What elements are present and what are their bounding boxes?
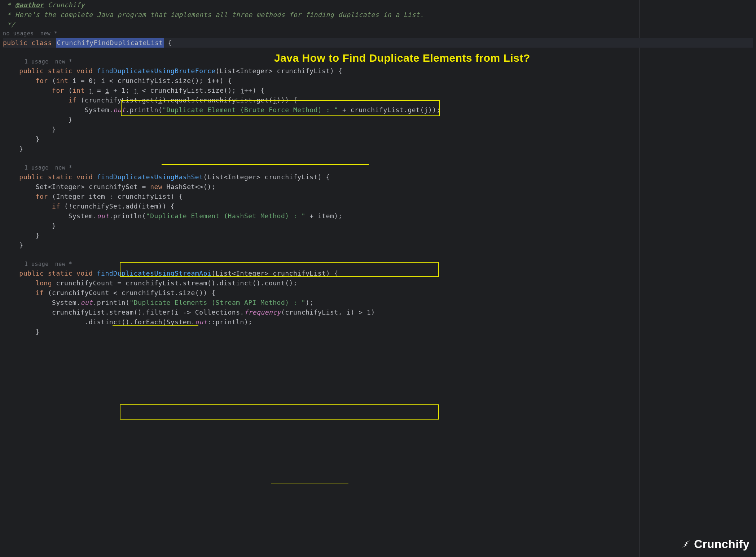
- code-line: if (crunchifyCount < crunchifyList.size(…: [3, 288, 753, 298]
- code-line: if (crunchifyList.get(i).equals(crunchif…: [3, 95, 753, 105]
- code-line: crunchifyList.stream().filter(i -> Colle…: [3, 307, 753, 317]
- crunchify-logo: Crunchify: [680, 535, 750, 553]
- crunchify-logo-icon: [680, 538, 692, 550]
- method-signature: public static void findDuplicatesUsingHa…: [3, 172, 753, 182]
- code-line: }: [3, 144, 753, 154]
- blank-line: [3, 250, 753, 260]
- code-line: }: [3, 134, 753, 144]
- code-line: for (int i = 0; i < crunchifyList.size()…: [3, 76, 753, 85]
- code-line: Set<Integer> crunchifySet = new HashSet<…: [3, 182, 753, 192]
- code-line: }: [3, 115, 753, 124]
- highlight-underline: [271, 483, 348, 483]
- code-line: }: [3, 327, 753, 337]
- code-line: System.out.println("Duplicate Element (H…: [3, 211, 753, 221]
- code-line: }: [3, 231, 753, 240]
- comment-line: * @author Crunchify: [3, 0, 753, 10]
- usage-hint[interactable]: 1 usagenew *: [3, 163, 753, 172]
- code-line: for (int j = i + 1; j < crunchifyList.si…: [3, 85, 753, 95]
- code-line: if (!crunchifySet.add(item)) {: [3, 201, 753, 211]
- title-overlay: Java How to Find Duplicate Elements from…: [274, 50, 530, 66]
- code-line: .distinct().forEach(System.out::println)…: [3, 317, 753, 327]
- code-line: }: [3, 124, 753, 134]
- usage-hint[interactable]: 1 usagenew *: [3, 260, 753, 268]
- comment-line: */: [3, 19, 753, 29]
- code-line: System.out.println("Duplicate Elements (…: [3, 298, 753, 307]
- method-signature: public static void findDuplicatesUsingSt…: [3, 268, 753, 278]
- code-line: }: [3, 221, 753, 231]
- code-line: for (Integer item : crunchifyList) {: [3, 192, 753, 201]
- highlight-box: [120, 404, 439, 420]
- method-signature: public static void findDuplicatesUsingBr…: [3, 66, 753, 76]
- comment-line: * Here's the complete Java program that …: [3, 10, 753, 19]
- class-declaration: public class CrunchifyFindDuplicateList …: [3, 38, 753, 48]
- code-line: System.out.println("Duplicate Element (B…: [3, 105, 753, 115]
- code-line: long crunchifyCount = crunchifyList.stre…: [3, 278, 753, 288]
- usage-hint[interactable]: no usagesnew *: [3, 29, 753, 38]
- code-line: }: [3, 240, 753, 250]
- blank-line: [3, 154, 753, 163]
